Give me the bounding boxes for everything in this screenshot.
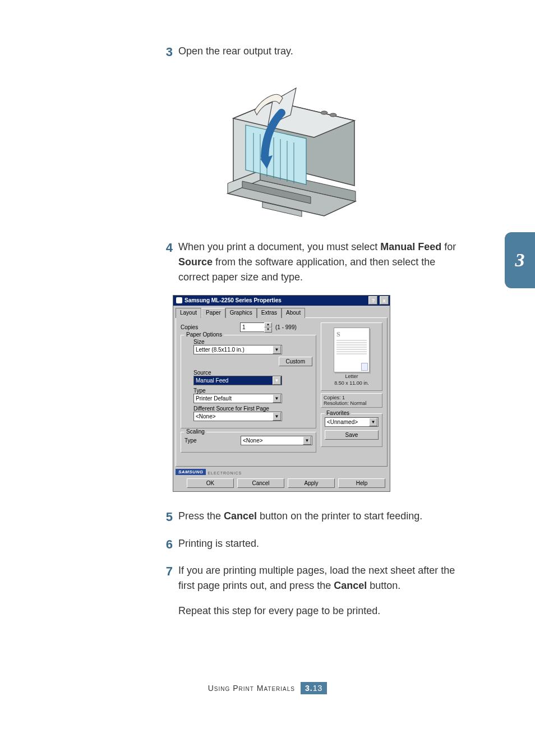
text-bold: Cancel: [224, 510, 257, 522]
step-3: 3 Open the rear output tray.: [156, 44, 467, 61]
group-title: Scaling: [185, 428, 206, 435]
scaling-group: Scaling Type <None>▼: [181, 432, 316, 453]
help-button[interactable]: ?: [368, 296, 377, 305]
group-title: Favorites: [325, 410, 351, 416]
save-button[interactable]: Save: [325, 430, 379, 440]
content-area: 3 Open the rear output tray.: [156, 44, 467, 629]
step-7: 7 If you are printing multiple pages, lo…: [156, 563, 467, 619]
titlebar: Samsung ML-2250 Series Properties ? x: [173, 296, 390, 306]
printer-icon: [206, 71, 375, 223]
chevron-down-icon: ▼: [273, 394, 281, 403]
paper-options-group: Paper Options Size Letter (8.5x11.0 in.)…: [181, 335, 316, 428]
samsung-logo: SAMSUNG: [176, 469, 206, 475]
dialog-button-row: OK Cancel Apply Help: [173, 475, 390, 491]
status-box: Copies: 1 Resolution: Normal: [321, 393, 382, 408]
scaling-select[interactable]: <None>▼: [241, 436, 312, 445]
tab-about[interactable]: About: [282, 308, 305, 318]
scaling-value: <None>: [243, 437, 263, 444]
text: button on the printer to start feeding.: [257, 510, 422, 522]
text-bold: Cancel: [334, 580, 367, 591]
side-chapter-tab: 3: [505, 232, 535, 288]
copies-range: (1 - 999): [275, 324, 297, 330]
copies-label: Copies: [181, 324, 240, 330]
text: for: [441, 241, 456, 252]
footer-chapter: 3.: [305, 684, 313, 693]
copies-input[interactable]: 1: [240, 322, 265, 332]
tab-layout[interactable]: Layout: [176, 308, 201, 318]
tab-extras[interactable]: Extras: [257, 308, 282, 318]
chevron-down-icon: ▼: [273, 345, 281, 354]
svg-point-6: [321, 111, 328, 114]
scaling-type-label: Type: [185, 437, 241, 444]
step-text: Open the rear output tray.: [178, 44, 467, 61]
favorites-select[interactable]: <Unnamed>▼: [325, 417, 379, 427]
step-text: Press the Cancel button on the printer t…: [178, 509, 467, 526]
text: Repeat this step for every page to be pr…: [178, 605, 380, 616]
brand-row: SAMSUNG ELECTRONICS: [176, 469, 390, 475]
app-icon: [176, 297, 182, 303]
status-resolution: Resolution: Normal: [324, 400, 380, 406]
chevron-down-icon: ▼: [369, 418, 377, 426]
text: When you print a document, you must sele…: [178, 241, 380, 252]
size-label: Size: [193, 339, 312, 345]
close-button[interactable]: x: [380, 296, 389, 305]
step-5: 5 Press the Cancel button on the printer…: [156, 509, 467, 526]
footer-section: Using Print Materials: [208, 684, 295, 693]
copies-spinner[interactable]: ▲▼: [264, 322, 272, 333]
step-number: 4: [156, 239, 178, 285]
diff-source-label: Different Source for First Page: [193, 405, 312, 412]
step-text: Printing is started.: [178, 536, 467, 554]
source-value: Manual Feed: [196, 377, 228, 384]
size-value: Letter (8.5x11.0 in.): [196, 347, 245, 353]
favorites-group: Favorites <Unnamed>▼ Save: [321, 413, 382, 447]
properties-dialog: Samsung ML-2250 Series Properties ? x La…: [173, 295, 390, 492]
text: from the software application, and then …: [178, 256, 435, 283]
printer-illustration: [206, 71, 467, 223]
col-right: S Letter 8.50 x 11.00 in. Copies: 1 Reso…: [321, 322, 382, 463]
chevron-down-icon: ▼: [273, 412, 281, 421]
tab-strip: Layout Paper Graphics Extras About: [173, 306, 390, 317]
footer-page-number: 13: [313, 684, 323, 693]
step-4: 4 When you print a document, you must se…: [156, 239, 467, 285]
ok-button[interactable]: OK: [187, 478, 234, 488]
panel: Copies 1 ▲▼ (1 - 999) Paper Options Size…: [176, 317, 388, 467]
text: Press the: [178, 510, 224, 522]
preview-paper-name: Letter: [345, 374, 358, 379]
step-text: If you are printing multiple pages, load…: [178, 563, 467, 619]
paper-preview-icon: S: [334, 328, 370, 372]
page-footer: Using Print Materials 3.13: [0, 682, 535, 694]
diff-source-select[interactable]: <None>▼: [193, 412, 282, 421]
dialog-title: Samsung ML-2250 Series Properties: [185, 297, 282, 303]
step-text: When you print a document, you must sele…: [178, 239, 467, 285]
apply-button[interactable]: Apply: [288, 478, 335, 488]
text-bold: Source: [178, 256, 213, 268]
custom-button[interactable]: Custom: [279, 357, 312, 366]
type-value: Printer Default: [196, 395, 232, 402]
group-title: Paper Options: [185, 331, 224, 338]
svg-point-7: [330, 113, 336, 117]
step-6: 6 Printing is started.: [156, 536, 467, 554]
chevron-down-icon: ▼: [303, 436, 311, 445]
favorites-value: <Unnamed>: [327, 419, 358, 425]
tab-paper[interactable]: Paper: [201, 308, 225, 318]
tab-graphics[interactable]: Graphics: [225, 308, 257, 318]
preview-letter: S: [336, 330, 340, 338]
source-select[interactable]: Manual Feed▼: [193, 376, 282, 385]
side-chapter-number: 3: [515, 250, 525, 271]
col-left: Copies 1 ▲▼ (1 - 999) Paper Options Size…: [181, 322, 316, 463]
text: If you are printing multiple pages, load…: [178, 565, 455, 591]
chevron-down-icon: ▼: [273, 376, 281, 385]
cancel-button[interactable]: Cancel: [237, 478, 284, 488]
page: 3 3 Open the rear output tray.: [0, 0, 535, 756]
preview-paper-dim: 8.50 x 11.00 in.: [334, 380, 369, 386]
electronics-label: ELECTRONICS: [207, 471, 242, 475]
source-label: Source: [193, 370, 312, 376]
type-select[interactable]: Printer Default▼: [193, 394, 282, 403]
text: button.: [367, 580, 400, 591]
help-button[interactable]: Help: [338, 478, 385, 488]
size-select[interactable]: Letter (8.5x11.0 in.)▼: [193, 345, 282, 354]
step-number: 7: [156, 563, 178, 619]
step-number: 5: [156, 509, 178, 526]
status-copies: Copies: 1: [324, 395, 380, 400]
footer-page-badge: 3.13: [301, 682, 327, 694]
